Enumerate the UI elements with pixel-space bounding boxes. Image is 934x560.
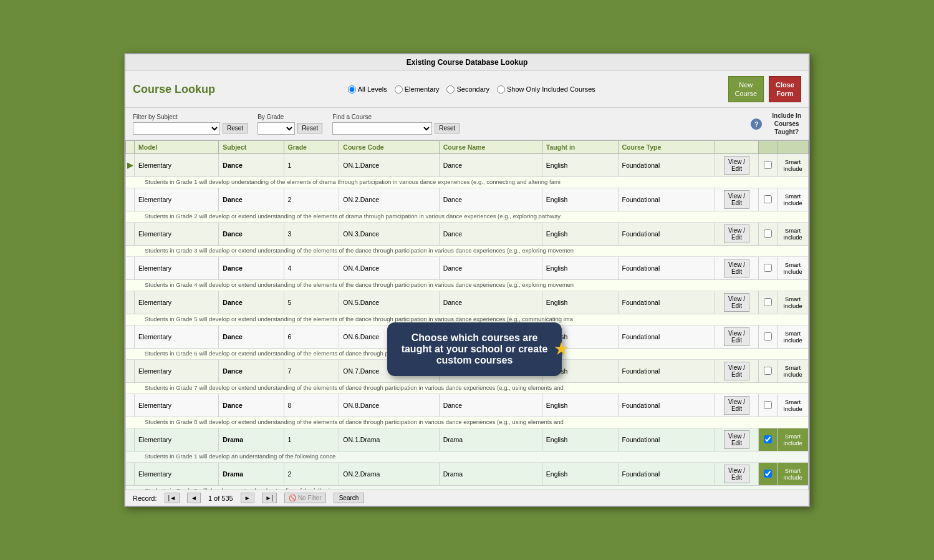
include-checkbox[interactable] — [764, 332, 772, 340]
cell-taught: English — [542, 257, 618, 280]
smart-include-cell: Smart Include — [778, 326, 809, 349]
row-arrow — [126, 326, 135, 349]
include-checkbox[interactable] — [764, 470, 772, 478]
cell-taught: English — [542, 291, 618, 314]
smart-include-cell: Smart Include — [778, 463, 809, 486]
row-arrow — [126, 223, 135, 246]
include-checkbox[interactable] — [764, 264, 772, 272]
cell-subject: Dance — [219, 257, 284, 280]
col-code: Course Code — [339, 141, 439, 154]
row-arrow — [126, 394, 135, 417]
include-checkbox[interactable] — [764, 229, 772, 238]
filter-subject-select[interactable] — [133, 122, 220, 135]
col-arrow — [126, 141, 135, 154]
cell-subject: Dance — [219, 188, 284, 211]
course-description: Students in Grade 3 will develop or exte… — [126, 246, 809, 257]
cell-name: Drama — [439, 463, 542, 486]
cell-grade: 8 — [284, 394, 339, 417]
cell-code: ON.5.Dance — [339, 291, 439, 314]
view-edit-cell: View /Edit — [715, 223, 759, 246]
cell-grade: 2 — [284, 188, 339, 211]
cell-taught: English — [542, 223, 618, 246]
view-edit-button[interactable]: View /Edit — [724, 293, 749, 312]
cell-model: Elementary — [135, 188, 219, 211]
page-title: Course Lookup — [133, 83, 215, 96]
cell-type: Foundational — [618, 326, 715, 349]
row-arrow — [126, 188, 135, 211]
row-arrow — [126, 463, 135, 486]
smart-include-cell: Smart Include — [778, 428, 809, 451]
cell-taught: English — [542, 428, 618, 451]
filter-subject-label: Filter by Subject — [133, 113, 248, 120]
view-edit-button[interactable]: View /Edit — [724, 430, 749, 449]
cell-name: Dance — [439, 291, 542, 314]
close-form-button[interactable]: CloseForm — [769, 76, 801, 103]
view-edit-button[interactable]: View /Edit — [724, 465, 749, 483]
include-checkbox-cell — [759, 154, 778, 177]
view-edit-button[interactable]: View /Edit — [724, 190, 749, 209]
radio-elementary[interactable]: Elementary — [395, 85, 440, 94]
cell-subject: Dance — [219, 291, 284, 314]
view-edit-button[interactable]: View /Edit — [724, 362, 749, 380]
no-filter-button[interactable]: 🚫 No Filter — [284, 493, 326, 503]
cell-type: Foundational — [618, 360, 715, 383]
nav-last-button[interactable]: ►| — [262, 493, 277, 503]
window-title: Existing Course Database Lookup — [407, 58, 528, 67]
smart-include-cell: Smart Include — [778, 154, 809, 177]
cell-model: Elementary — [135, 360, 219, 383]
include-checkbox[interactable] — [764, 298, 772, 306]
include-checkbox[interactable] — [764, 367, 772, 375]
view-edit-button[interactable]: View /Edit — [724, 396, 749, 415]
cell-model: Elementary — [135, 326, 219, 349]
cell-code: ON.8.Dance — [339, 394, 439, 417]
cell-model: Elementary — [135, 463, 219, 486]
include-checkbox[interactable] — [764, 161, 772, 169]
record-current: 1 of 535 — [208, 495, 233, 502]
filter-course-select[interactable] — [332, 122, 432, 135]
nav-next-button[interactable]: ► — [241, 493, 254, 503]
tooltip-text: Choose which courses are taught at your … — [402, 332, 548, 365]
reset-grade-button[interactable]: Reset — [297, 123, 322, 133]
cell-type: Foundational — [618, 257, 715, 280]
cell-taught: English — [542, 188, 618, 211]
cell-type: Foundational — [618, 154, 715, 177]
view-edit-cell: View /Edit — [715, 463, 759, 486]
cell-code: ON.2.Drama — [339, 463, 439, 486]
view-edit-button[interactable]: View /Edit — [724, 156, 749, 175]
row-arrow — [126, 291, 135, 314]
include-checkbox[interactable] — [764, 401, 772, 409]
cell-name: Dance — [439, 394, 542, 417]
reset-subject-button[interactable]: Reset — [223, 123, 248, 133]
view-edit-button[interactable]: View /Edit — [724, 327, 749, 346]
nav-first-button[interactable]: |◄ — [165, 493, 180, 503]
include-checkbox[interactable] — [764, 195, 772, 203]
include-checkbox[interactable] — [764, 435, 772, 443]
cell-type: Foundational — [618, 291, 715, 314]
cell-name: Dance — [439, 188, 542, 211]
course-description: Students in Grade 8 will develop or exte… — [126, 417, 809, 428]
radio-secondary[interactable]: Secondary — [446, 85, 489, 94]
cell-grade: 5 — [284, 291, 339, 314]
view-edit-cell: View /Edit — [715, 188, 759, 211]
new-course-button[interactable]: NewCourse — [728, 76, 764, 103]
view-edit-button[interactable]: View /Edit — [724, 259, 749, 278]
radio-all-levels[interactable]: All Levels — [348, 85, 387, 94]
include-checkbox-cell — [759, 257, 778, 280]
cell-model: Elementary — [135, 394, 219, 417]
cell-subject: Dance — [219, 223, 284, 246]
status-bar: Record: |◄ ◄ 1 of 535 ► ►| 🚫 No Filter S… — [125, 490, 809, 506]
radio-show-included[interactable]: Show Only Included Courses — [497, 85, 595, 94]
search-button[interactable]: Search — [334, 493, 365, 503]
reset-course-button[interactable]: Reset — [435, 123, 460, 133]
view-edit-cell: View /Edit — [715, 360, 759, 383]
course-description: Students in Grade 4 will develop or exte… — [126, 280, 809, 291]
cell-code: ON.1.Drama — [339, 428, 439, 451]
course-table: Model Subject Grade Course Code Course N… — [125, 140, 809, 490]
help-button[interactable]: ? — [751, 118, 762, 130]
filter-grade-select[interactable] — [258, 122, 295, 135]
toolbar-right: NewCourse CloseForm — [728, 76, 801, 103]
nav-prev-button[interactable]: ◄ — [187, 493, 201, 503]
cell-taught: English — [542, 394, 618, 417]
view-edit-button[interactable]: View /Edit — [724, 224, 749, 243]
include-checkbox-cell — [759, 360, 778, 383]
